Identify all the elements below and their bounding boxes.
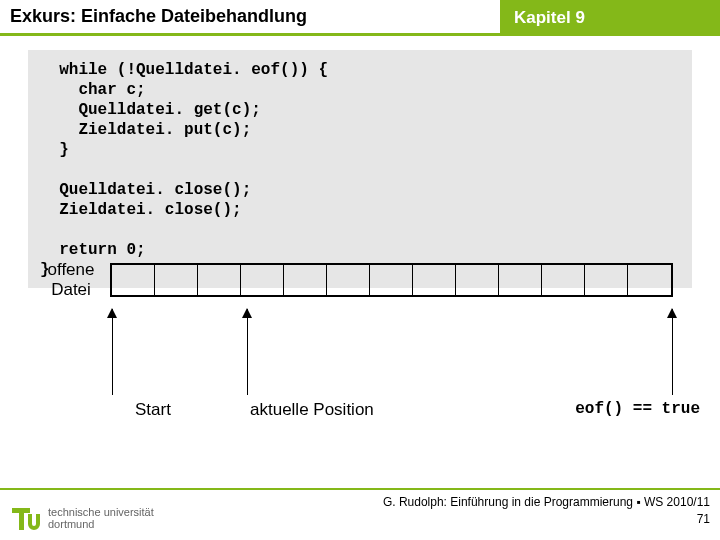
cell	[241, 265, 284, 295]
cell	[198, 265, 241, 295]
cell	[499, 265, 542, 295]
cell	[456, 265, 499, 295]
start-arrow	[112, 309, 113, 395]
code-listing: while (!Quelldatei. eof()) { char c; Que…	[28, 50, 692, 288]
cell	[542, 265, 585, 295]
slide-footer: technische universität dortmund G. Rudol…	[0, 488, 720, 540]
cell	[284, 265, 327, 295]
file-diagram: offene Datei	[36, 260, 700, 395]
start-label: Start	[135, 400, 171, 420]
cell	[585, 265, 628, 295]
cell	[370, 265, 413, 295]
chapter-label: Kapitel 9	[500, 0, 720, 36]
slide-title: Exkurs: Einfache Dateibehandlung	[0, 0, 500, 36]
university-name: technische universität dortmund	[48, 506, 154, 530]
tu-logo-icon	[10, 502, 42, 534]
diagram-label: offene Datei	[36, 260, 106, 301]
eof-label: eof() == true	[575, 400, 700, 418]
footer-credit: G. Rudolph: Einführung in die Programmie…	[383, 494, 710, 528]
cell	[155, 265, 198, 295]
cell	[112, 265, 155, 295]
cell	[413, 265, 456, 295]
current-arrow	[247, 309, 248, 395]
university-logo: technische universität dortmund	[10, 502, 154, 534]
svg-rect-1	[19, 508, 24, 530]
cell	[628, 265, 671, 295]
eof-arrow	[672, 309, 673, 395]
current-position-label: aktuelle Position	[250, 400, 374, 420]
cell	[327, 265, 370, 295]
footer-divider	[0, 488, 720, 490]
arrow-group	[36, 305, 700, 395]
slide-header: Exkurs: Einfache Dateibehandlung Kapitel…	[0, 0, 720, 36]
file-cells	[110, 263, 673, 297]
